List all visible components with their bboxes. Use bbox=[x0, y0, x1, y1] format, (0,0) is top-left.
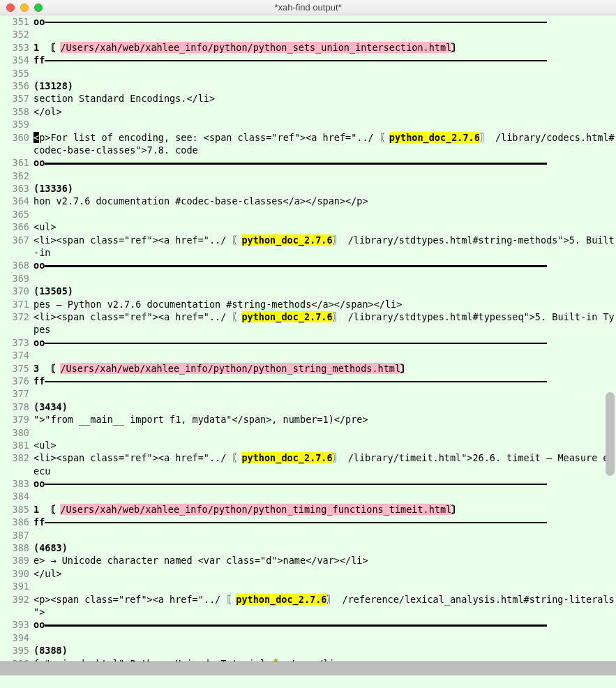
separator-rule bbox=[45, 163, 547, 165]
line-number: 389 bbox=[0, 554, 29, 567]
line-number: 377 bbox=[0, 387, 29, 400]
code-line[interactable]: ff bbox=[33, 375, 616, 387]
code-line[interactable]: 3 〘/Users/xah/web/xahlee_info/python/pyt… bbox=[33, 362, 616, 375]
text-segment: <p><span class="ref"><a href="../ 〖 bbox=[33, 594, 236, 605]
line-number: 355 bbox=[0, 67, 29, 80]
code-line[interactable] bbox=[33, 490, 616, 502]
code-line[interactable] bbox=[33, 349, 616, 361]
code-line[interactable]: oo bbox=[33, 336, 616, 349]
code-line[interactable]: pes — Python v2.7.6 documentation #strin… bbox=[33, 298, 616, 311]
text-segment: </ol> bbox=[33, 106, 62, 117]
code-line[interactable]: </ul> bbox=[33, 567, 616, 580]
line-number: 359 bbox=[0, 118, 29, 130]
code-line[interactable] bbox=[33, 118, 616, 130]
code-line[interactable]: <li><span class="ref"><a href="../ 〖pyth… bbox=[33, 234, 616, 246]
minibuffer[interactable] bbox=[0, 675, 616, 688]
line-number: 385 bbox=[0, 503, 29, 516]
code-line[interactable]: oo bbox=[33, 477, 616, 490]
code-line[interactable]: e> → Unicode character named <var class=… bbox=[33, 554, 616, 567]
code-line[interactable]: 1 〘/Users/xah/web/xahlee_info/python/pyt… bbox=[33, 41, 616, 54]
code-line[interactable] bbox=[33, 387, 616, 400]
text-segment: e> → Unicode character named <var class=… bbox=[33, 555, 368, 566]
code-line[interactable]: (4683) bbox=[33, 541, 616, 554]
code-line[interactable] bbox=[33, 208, 616, 220]
line-number: 374 bbox=[0, 349, 29, 361]
code-line[interactable] bbox=[33, 28, 616, 40]
code-line[interactable] bbox=[33, 272, 616, 285]
line-number: 384 bbox=[0, 490, 29, 502]
code-line[interactable]: (3434) bbox=[33, 401, 616, 413]
text-segment: pes bbox=[33, 324, 50, 335]
text-segment: hon v2.7.6 documentation #codec-base-cla… bbox=[33, 195, 368, 207]
line-number: 380 bbox=[0, 426, 29, 439]
search-match-highlight: python_doc_2.7.6 bbox=[389, 132, 480, 143]
code-line[interactable]: 1 〘/Users/xah/web/xahlee_info/python/pyt… bbox=[33, 503, 616, 516]
code-line[interactable] bbox=[33, 170, 616, 182]
text-segment: </ul> bbox=[33, 568, 62, 579]
code-line[interactable] bbox=[33, 580, 616, 592]
code-line[interactable]: "> bbox=[33, 606, 616, 618]
code-line[interactable]: (13128) bbox=[33, 80, 616, 92]
line-number: 367 bbox=[0, 234, 29, 246]
window-titlebar: *xah-find output* bbox=[0, 0, 616, 15]
line-number: 368 bbox=[0, 259, 29, 271]
scrollbar-thumb[interactable] bbox=[606, 392, 615, 476]
text-segment: (8388) bbox=[33, 645, 68, 656]
code-line[interactable]: </ol> bbox=[33, 105, 616, 118]
text-segment: <li><span class="ref"><a href="../ 〖 bbox=[33, 234, 241, 246]
code-line[interactable]: <li><span class="ref"><a href="../ 〖pyth… bbox=[33, 311, 616, 323]
line-number: 356 bbox=[0, 80, 29, 92]
text-segment: pes — Python v2.7.6 documentation #strin… bbox=[33, 299, 402, 310]
code-line[interactable] bbox=[33, 631, 616, 644]
code-line[interactable] bbox=[33, 529, 616, 541]
code-line[interactable]: oo bbox=[33, 15, 616, 28]
code-line[interactable]: <p>For list of encoding, see: <span clas… bbox=[33, 131, 616, 144]
text-segment: 1 〘 bbox=[33, 504, 60, 515]
code-line[interactable]: <p><span class="ref"><a href="../ 〖pytho… bbox=[33, 593, 616, 606]
mode-line[interactable]: CU:**- *xah-find output* 57% (360,0) (∑x… bbox=[0, 661, 616, 675]
line-number: 369 bbox=[0, 272, 29, 285]
text-segment: <ul> bbox=[33, 440, 57, 451]
code-line[interactable]: -in bbox=[33, 246, 616, 259]
code-line[interactable]: ecu bbox=[33, 465, 616, 477]
code-line[interactable]: <ul> bbox=[33, 439, 616, 451]
search-match-highlight: python_doc_2.7.6 bbox=[236, 594, 326, 605]
search-match-highlight: python_doc_2.7.6 bbox=[241, 311, 332, 322]
code-line[interactable]: <ul> bbox=[33, 220, 616, 233]
code-line[interactable]: oo bbox=[33, 618, 616, 631]
search-match-highlight: python_doc_2.7.6 bbox=[241, 452, 332, 463]
vertical-scrollbar[interactable] bbox=[605, 15, 615, 661]
code-line[interactable]: oo bbox=[33, 156, 616, 169]
code-line[interactable] bbox=[33, 67, 616, 80]
text-segment: 〗 /library/timeit.html">26.6. timeit — M… bbox=[333, 452, 615, 463]
code-line[interactable]: section Standard Encodings.</li> bbox=[33, 92, 616, 105]
code-line[interactable] bbox=[33, 426, 616, 439]
code-line[interactable]: oo bbox=[33, 259, 616, 271]
code-line[interactable]: codec-base-classes">7.8. code bbox=[33, 144, 616, 156]
code-line[interactable]: ff bbox=[33, 54, 616, 66]
code-line[interactable]: pes bbox=[33, 323, 616, 336]
code-line[interactable]: f="unicode.html">Python: Unicode Tutoria… bbox=[33, 657, 616, 661]
code-line[interactable]: ff bbox=[33, 516, 616, 528]
code-line[interactable]: <li><span class="ref"><a href="../ 〖pyth… bbox=[33, 451, 616, 464]
line-number: 396 bbox=[0, 657, 29, 661]
line-number: 364 bbox=[0, 195, 29, 207]
file-path-highlight: /Users/xah/web/xahlee_info/python/python… bbox=[60, 42, 451, 53]
buffer-content[interactable]: oo1 〘/Users/xah/web/xahlee_info/python/p… bbox=[32, 15, 616, 661]
text-segment: oo bbox=[33, 478, 45, 489]
text-segment: 〗 /library/codecs.html# bbox=[480, 132, 615, 143]
code-line[interactable]: ">"from __main__ import f1, mydata"</spa… bbox=[33, 413, 616, 426]
code-line[interactable]: (8388) bbox=[33, 644, 616, 657]
editor-area[interactable]: 3513523533543553563573583593603613623633… bbox=[0, 15, 616, 661]
code-line[interactable]: (13336) bbox=[33, 182, 616, 195]
line-number: 383 bbox=[0, 477, 29, 490]
code-line[interactable]: hon v2.7.6 documentation #codec-base-cla… bbox=[33, 195, 616, 207]
code-line[interactable]: (13505) bbox=[33, 285, 616, 297]
line-number: 388 bbox=[0, 541, 29, 554]
text-segment: 〗 /library/stdtypes.html#string-methods"… bbox=[333, 234, 615, 246]
text-segment: section Standard Encodings.</li> bbox=[33, 93, 215, 104]
window-title: *xah-find output* bbox=[0, 2, 616, 13]
text-segment: p>For list of encoding, see: <span class… bbox=[39, 132, 389, 143]
line-number: 390 bbox=[0, 567, 29, 580]
line-number: 365 bbox=[0, 208, 29, 220]
